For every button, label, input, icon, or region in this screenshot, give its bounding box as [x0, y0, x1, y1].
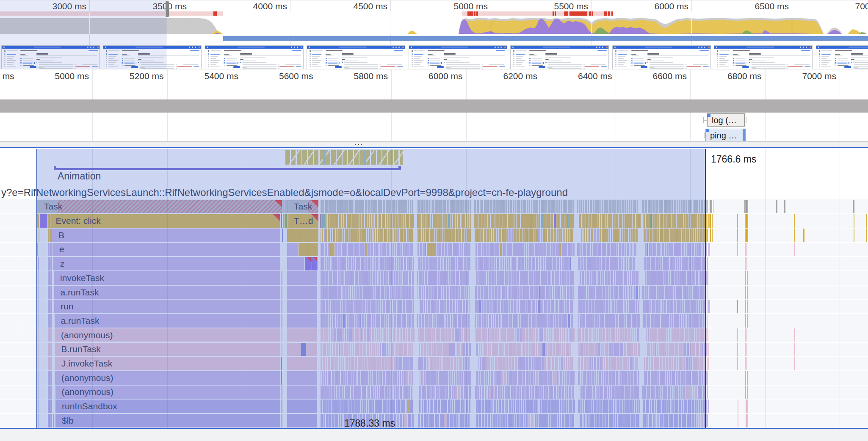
flame-entry-sliver[interactable] — [747, 314, 748, 328]
flame-entry-sliver[interactable] — [746, 243, 747, 256]
flame-gridline — [18, 148, 18, 428]
flame-entry[interactable] — [708, 400, 709, 413]
flame-entry-sliver[interactable] — [737, 357, 738, 370]
flame-entry-sliver[interactable] — [737, 214, 738, 228]
flame-entry-sliver[interactable] — [747, 214, 748, 228]
flame-entry-sliver[interactable] — [712, 214, 713, 228]
flame-entry-sliver[interactable] — [737, 328, 738, 342]
flame-entry-sliver[interactable] — [794, 357, 795, 370]
flame-entry-sliver[interactable] — [866, 214, 867, 228]
flame-entry-sliver[interactable] — [737, 243, 738, 256]
request-queue-square — [708, 114, 710, 117]
flame-entry-sliver[interactable] — [738, 400, 738, 413]
flame-entry[interactable] — [707, 314, 708, 328]
flame-entry-sliver[interactable] — [746, 257, 747, 270]
flame-entry-sliver[interactable] — [710, 214, 711, 228]
flame-entry-sliver[interactable] — [794, 243, 795, 256]
flame-entry-sliver[interactable] — [745, 357, 746, 370]
flame-entry[interactable] — [706, 328, 708, 342]
flame-entry[interactable] — [708, 343, 710, 356]
flame-entry-sliver[interactable] — [746, 400, 747, 413]
flame-entry-sliver[interactable] — [745, 286, 746, 299]
overview-gridline-white — [190, 11, 190, 34]
flame-entry-sliver[interactable] — [745, 328, 746, 342]
filmstrip-thumbnail[interactable] — [307, 45, 405, 69]
flame-entry-sliver[interactable] — [784, 200, 785, 214]
timeline-overview[interactable]: 3000 ms3500 ms4000 ms4500 ms5000 ms5500 … — [0, 0, 868, 69]
filmstrip-thumbnail[interactable] — [714, 45, 813, 69]
flame-entry-sliver[interactable] — [746, 414, 747, 427]
filmstrip-thumbnail[interactable] — [510, 45, 609, 69]
flame-gridline — [840, 148, 840, 428]
flame-entry-sliver[interactable] — [747, 414, 748, 427]
range-selection-overlay[interactable] — [36, 149, 706, 428]
flame-entry-sliver[interactable] — [737, 343, 738, 356]
flame-entry-sliver[interactable] — [794, 229, 795, 242]
flame-entry[interactable] — [708, 300, 710, 313]
flame-entry-sliver[interactable] — [744, 200, 746, 214]
flame-entry-sliver[interactable] — [710, 200, 711, 214]
flame-entry-sliver[interactable] — [738, 414, 738, 427]
flame-entry-sliver[interactable] — [747, 229, 748, 242]
flame-entry-sliver[interactable] — [712, 229, 713, 242]
flame-entry-sliver[interactable] — [746, 229, 747, 242]
flame-entry-sliver[interactable] — [737, 300, 738, 313]
flame-entry-sliver[interactable] — [737, 229, 738, 242]
filmstrip-thumbnail[interactable] — [816, 45, 868, 69]
flame-entry-sliver[interactable] — [747, 371, 748, 385]
flame-entry[interactable] — [706, 414, 708, 427]
flame-entry[interactable] — [708, 214, 710, 228]
flame-entry-sliver[interactable] — [794, 328, 795, 342]
flame-entry-sliver[interactable] — [794, 343, 795, 356]
flame-entry-sliver[interactable] — [745, 300, 746, 313]
flame-entry[interactable] — [706, 229, 708, 242]
flame-entry-sliver[interactable] — [746, 357, 747, 370]
main-thread-flamechart[interactable]: Animation y?e=RifNetworkingServicesLaunc… — [0, 147, 868, 428]
frames-track-band[interactable] — [0, 99, 868, 113]
flame-entry-sliver[interactable] — [803, 229, 804, 242]
flame-entry-sliver[interactable] — [711, 200, 712, 214]
flame-entry-sliver[interactable] — [745, 271, 746, 285]
flame-entry-sliver[interactable] — [713, 200, 714, 214]
flame-entry-sliver[interactable] — [776, 200, 777, 214]
filmstrip-thumbnail[interactable] — [409, 45, 507, 69]
flame-entry-sliver[interactable] — [745, 229, 746, 242]
flame-entry-sliver[interactable] — [747, 271, 748, 285]
filmstrip-thumbnail[interactable] — [612, 45, 711, 69]
flame-entry-sliver[interactable] — [794, 214, 795, 228]
flame-entry-sliver[interactable] — [747, 400, 748, 413]
flame-entry-sliver[interactable] — [854, 214, 855, 228]
flame-entry[interactable] — [706, 243, 707, 256]
flame-entry-sliver[interactable] — [745, 386, 746, 399]
flame-entry[interactable] — [707, 357, 709, 370]
flame-entry[interactable] — [708, 243, 710, 256]
flame-entry[interactable] — [707, 257, 708, 270]
overview-ruler-label: 6500 ms — [704, 2, 789, 11]
flame-entry[interactable] — [706, 343, 708, 356]
flame-entry-sliver[interactable] — [853, 200, 854, 214]
flame-entry-sliver[interactable] — [747, 386, 748, 399]
flame-entry-sliver[interactable] — [745, 314, 746, 328]
track-divider[interactable] — [0, 141, 868, 147]
flame-entry-sliver[interactable] — [746, 328, 747, 342]
flame-entry[interactable] — [706, 371, 708, 385]
flame-entry-sliver[interactable] — [746, 200, 747, 214]
flame-entry-sliver[interactable] — [745, 243, 746, 256]
flame-entry-sliver[interactable] — [747, 300, 748, 313]
flame-entry-sliver[interactable] — [745, 343, 746, 356]
flame-entry-sliver[interactable] — [854, 229, 855, 242]
flame-entry-sliver[interactable] — [866, 229, 867, 242]
flame-entry-sliver[interactable] — [745, 371, 746, 385]
flame-entry-sliver[interactable] — [746, 343, 747, 356]
flame-entry-sliver[interactable] — [746, 214, 747, 228]
overview-window-left-handle[interactable] — [166, 1, 169, 17]
flame-entry-sliver[interactable] — [710, 229, 711, 242]
flame-entry-sliver[interactable] — [745, 214, 746, 228]
flame-entry[interactable] — [706, 271, 708, 285]
flame-entry-sliver[interactable] — [747, 200, 748, 214]
filmstrip-thumbnail[interactable] — [205, 45, 304, 69]
flame-entry[interactable] — [707, 386, 708, 399]
flame-entry[interactable] — [707, 286, 708, 299]
flame-entry-sliver[interactable] — [745, 257, 746, 270]
flame-entry-sliver[interactable] — [747, 286, 748, 299]
